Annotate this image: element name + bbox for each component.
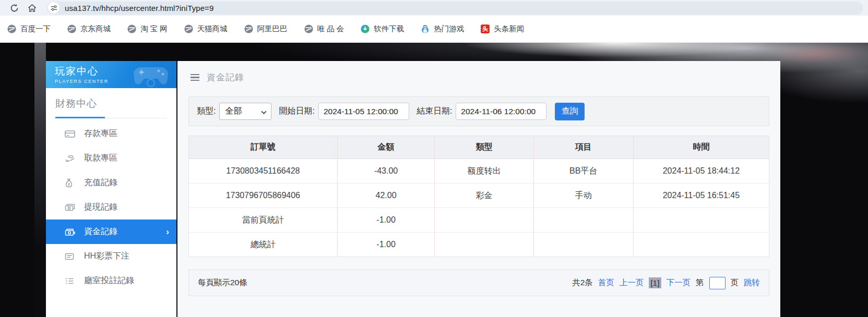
sidebar-item-withdrawal-records[interactable]: 提現記錄› — [46, 195, 176, 220]
page-size-text: 每頁顯示20條 — [198, 277, 247, 288]
total-count: 共2条 — [572, 277, 593, 288]
page-title: 資金記錄 — [207, 71, 244, 83]
jump-label-post: 页 — [731, 277, 739, 288]
start-date-label: 開始日期: — [279, 106, 314, 117]
menu-icon[interactable] — [191, 74, 199, 81]
table-row: 當前頁統計-1.00 — [189, 208, 769, 233]
table-cell: 1730803451166428 — [189, 159, 338, 184]
search-button[interactable]: 查詢 — [555, 103, 585, 120]
lottery-ticket-icon — [65, 252, 75, 261]
bookmark-item[interactable]: 京东商城 — [67, 24, 111, 34]
first-page-link[interactable]: 首页 — [598, 277, 614, 288]
bookmark-item[interactable]: 百度一下 — [7, 24, 51, 34]
bookmark-label: 头条新闻 — [494, 24, 524, 34]
bookmark-item[interactable]: 头头条新闻 — [481, 24, 524, 34]
site-settings-icon[interactable] — [48, 2, 60, 14]
table-cell — [435, 233, 533, 257]
globe-icon — [7, 25, 16, 33]
page-background: 玩家中心 PLAYERS CENTER 財務中心 存款專區›取款專區›充值記錄›… — [0, 43, 868, 317]
sidebar-item-recharge-records[interactable]: 充值記錄› — [46, 170, 176, 195]
bookmark-label: 天猫商城 — [197, 24, 228, 34]
sidebar-item-label: 取款專區 — [84, 153, 117, 164]
sidebar-item-withdraw-area[interactable]: 取款專區› — [46, 146, 176, 170]
sidebar-item-label: 提現記錄 — [84, 202, 117, 213]
betting-list-icon — [65, 276, 75, 286]
bookmark-item[interactable]: 淘 宝 网 — [127, 24, 168, 34]
bookmark-label: 软件下载 — [374, 24, 404, 34]
bookmark-label: 淘 宝 网 — [140, 24, 168, 34]
url-text: usa137.tv/hhcp/usercenter.html?iniType=9 — [65, 4, 213, 13]
address-bar[interactable]: usa137.tv/hhcp/usercenter.html?iniType=9 — [47, 2, 863, 15]
wallet-icon — [65, 227, 75, 237]
start-date-input[interactable] — [318, 103, 409, 120]
globe-icon — [304, 25, 313, 33]
sidebar-item-funds-records[interactable]: 資金記錄› — [46, 220, 176, 244]
table-cell: 手动 — [533, 184, 633, 208]
sidebar-item-hh-lottery-bets[interactable]: HH彩票下注› — [46, 244, 176, 269]
table-header-row: 訂單號金額類型項目時間 — [189, 136, 769, 159]
bookmark-item[interactable]: 唯 品 会 — [304, 24, 344, 34]
table-row: 173079670586940642.00彩金手动2024-11-05 16:5… — [189, 184, 769, 208]
software-download-icon — [361, 25, 370, 33]
table-cell: 1730796705869406 — [189, 184, 338, 208]
pagination-bar: 每頁顯示20條 共2条 首页 上一页 [1] 下一页 第 页 跳转 — [188, 270, 769, 296]
table-cell: 當前頁統計 — [189, 208, 338, 233]
main-panel: 資金記錄 類型: 全部 開始日期: 結束日期: 查詢 訂單號金額類型項目時間 1… — [177, 61, 780, 317]
table-cell: -1.00 — [337, 208, 435, 233]
chevron-right-icon: › — [166, 227, 169, 237]
table-cell: 额度转出 — [435, 159, 533, 184]
table-row: 1730803451166428-43.00额度转出BB平台2024-11-05… — [189, 159, 769, 184]
type-select-value: 全部 — [225, 106, 242, 117]
page-jump-input[interactable] — [709, 277, 726, 289]
toutiao-news-icon: 头 — [481, 25, 490, 33]
filter-bar: 類型: 全部 開始日期: 結束日期: 查詢 — [188, 96, 769, 126]
prev-page-link[interactable]: 上一页 — [620, 277, 644, 288]
bookmark-label: 热门游戏 — [434, 24, 464, 34]
pagination-controls: 共2条 首页 上一页 [1] 下一页 第 页 跳转 — [572, 277, 760, 289]
bookmark-item[interactable]: 阿里巴巴 — [244, 24, 288, 34]
reload-icon[interactable] — [9, 3, 19, 13]
next-page-link[interactable]: 下一页 — [667, 277, 691, 288]
background-streak — [34, 43, 46, 317]
end-date-input[interactable] — [456, 103, 546, 120]
bookmark-label: 唯 品 会 — [317, 24, 344, 34]
table-cell — [533, 233, 633, 257]
sidebar-menu: 存款專區›取款專區›充值記錄›提現記錄›資金記錄›HH彩票下注›廳室投註記錄› — [46, 121, 176, 293]
type-label: 類型: — [197, 106, 216, 117]
sidebar: 玩家中心 PLAYERS CENTER 財務中心 存款專區›取款專區›充值記錄›… — [46, 61, 176, 317]
table-cell: 彩金 — [435, 184, 533, 208]
table-cell: 42.00 — [337, 184, 435, 208]
type-select[interactable]: 全部 — [219, 103, 271, 120]
table-row: 總統計-1.00 — [189, 233, 769, 257]
sidebar-item-label: 充值記錄 — [84, 177, 117, 188]
banknote-icon — [65, 203, 75, 212]
bookmark-label: 百度一下 — [20, 24, 51, 34]
table-cell — [633, 208, 769, 233]
bookmark-label: 阿里巴巴 — [257, 24, 288, 34]
table-header-cell: 訂單號 — [189, 136, 338, 159]
bookmark-item[interactable]: 热门游戏 — [421, 24, 464, 34]
sidebar-item-deposit-area[interactable]: 存款專區› — [46, 121, 176, 146]
table-header-cell: 項目 — [533, 136, 633, 159]
table-cell: BB平台 — [533, 159, 633, 184]
jump-button[interactable]: 跳转 — [744, 277, 760, 288]
table-cell — [533, 208, 633, 233]
jump-label-pre: 第 — [696, 277, 704, 288]
bookmark-item[interactable]: 软件下载 — [361, 24, 404, 34]
table-cell: 總統計 — [189, 233, 338, 257]
bookmark-item[interactable]: 天猫商城 — [184, 24, 228, 34]
table-cell: -1.00 — [337, 233, 435, 257]
sidebar-item-label: 資金記錄 — [84, 226, 117, 237]
finance-section-title: 財務中心 — [46, 88, 176, 111]
gamepad-icon — [128, 62, 173, 88]
globe-icon — [127, 25, 136, 33]
globe-icon — [244, 25, 253, 33]
withdraw-hand-icon — [65, 154, 75, 163]
sidebar-item-label: 廳室投註記錄 — [84, 275, 134, 286]
sidebar-item-label: HH彩票下注 — [84, 251, 129, 262]
table-header-cell: 類型 — [435, 136, 533, 159]
sidebar-item-hall-bet-records[interactable]: 廳室投註記錄› — [46, 269, 176, 293]
home-icon[interactable] — [27, 3, 37, 13]
table-cell: 2024-11-05 16:51:45 — [633, 184, 769, 208]
moneybag-icon — [65, 178, 75, 188]
